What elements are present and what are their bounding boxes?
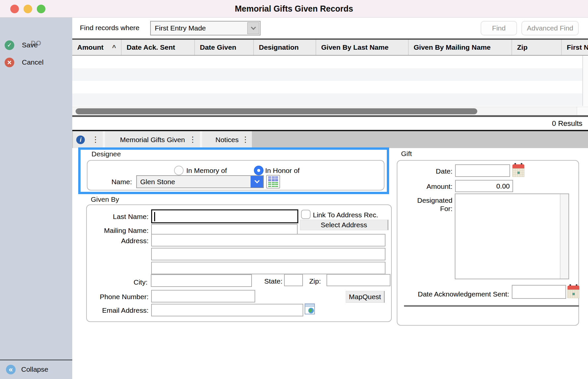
chevron-down-icon[interactable] xyxy=(251,176,263,188)
results-count: 0 Results xyxy=(72,119,582,128)
find-field-dropdown-value: First Entry Made xyxy=(151,24,247,32)
zip-field[interactable] xyxy=(326,274,390,286)
gift-date-label: Date: xyxy=(419,167,452,175)
in-memory-of-label[interactable]: In Memory of xyxy=(186,167,227,175)
sidebar-item-save[interactable]: ✓ Save xyxy=(0,40,72,54)
date-acknowledgement-sent-field[interactable] xyxy=(512,285,566,299)
check-icon: ✓ xyxy=(5,40,14,50)
link-to-address-label[interactable]: Link To Address Rec. xyxy=(313,211,378,219)
column-header-given-by-last-name[interactable]: Given By Last Name xyxy=(316,40,408,56)
tab-memorial-gifts-given[interactable]: Memorial Gifts Given ⋮ xyxy=(105,131,200,148)
column-header-given-by-mailing-name[interactable]: Given By Mailing Name xyxy=(408,40,511,56)
table-row xyxy=(72,93,582,106)
calendar-icon[interactable] xyxy=(512,163,524,177)
designated-for-textarea[interactable] xyxy=(455,193,569,279)
table-row xyxy=(72,56,582,68)
last-name-field[interactable] xyxy=(151,209,298,223)
tab-gap xyxy=(103,131,105,148)
scrollbar-corner xyxy=(577,107,588,115)
email-address-field[interactable] xyxy=(151,304,303,316)
name-label: Name: xyxy=(99,178,132,186)
link-to-address-checkbox[interactable] xyxy=(301,210,311,219)
sidebar-divider xyxy=(0,359,72,360)
in-memory-of-radio[interactable] xyxy=(174,166,184,175)
column-header-date-ack-sent[interactable]: Date Ack. Sent xyxy=(121,40,194,56)
designee-name-value: Glen Stone xyxy=(137,176,251,188)
phone-number-field[interactable] xyxy=(151,290,255,302)
table-vertical-scrollbar[interactable] xyxy=(582,56,588,106)
address-line1-field[interactable] xyxy=(151,234,385,246)
city-label: City: xyxy=(81,278,147,286)
table-row xyxy=(72,68,582,81)
advanced-find-button[interactable]: Advanced Find xyxy=(521,21,579,35)
gift-date-field[interactable] xyxy=(455,164,510,177)
tab-label: Notices xyxy=(215,136,239,144)
address-label: Address: xyxy=(82,237,148,245)
horizontal-scrollbar-thumb[interactable] xyxy=(76,108,477,114)
designated-for-label: Designated For: xyxy=(409,196,452,213)
mailing-name-label: Mailing Name: xyxy=(82,227,148,235)
address-line2-field[interactable] xyxy=(151,248,385,260)
vertical-dots-icon[interactable]: ⋮ xyxy=(92,131,99,148)
table-header-row: Amount^Date Ack. SentDate GivenDesignati… xyxy=(72,40,588,56)
table-bottom-border xyxy=(72,115,588,117)
table-body xyxy=(72,56,582,106)
sidebar: DO ✓ Save × Cancel « Collapse xyxy=(0,18,72,379)
collapse-button[interactable]: « Collapse xyxy=(0,365,72,378)
tab-notices[interactable]: Notices ⋮ xyxy=(202,131,252,148)
table-horizontal-scrollbar[interactable] xyxy=(72,107,588,115)
tab-bar: i ⋮ Memorial Gifts Given ⋮ Notices ⋮ xyxy=(72,131,588,148)
vertical-dots-icon[interactable]: ⋮ xyxy=(242,131,249,148)
tab-info[interactable]: i ⋮ xyxy=(73,131,103,148)
date-acknowledgement-sent-label: Date Acknowledgement Sent: xyxy=(406,290,509,298)
find-records-where-label: Find records where xyxy=(80,24,140,32)
sort-ascending-icon: ^ xyxy=(112,44,116,51)
state-label: State: xyxy=(259,277,282,285)
find-button[interactable]: Find xyxy=(481,21,517,35)
find-field-dropdown[interactable]: First Entry Made xyxy=(150,21,261,35)
save-button-label: Save xyxy=(22,41,38,49)
tab-gap xyxy=(200,131,202,148)
textarea-scrollbar[interactable] xyxy=(560,194,568,279)
table-row xyxy=(72,81,582,93)
email-address-label: Email Address: xyxy=(76,306,148,314)
column-header-first-n[interactable]: First N xyxy=(561,40,588,56)
last-name-label: Last Name: xyxy=(82,213,148,221)
designee-name-combobox[interactable]: Glen Stone xyxy=(136,175,264,188)
phone-number-label: Phone Number: xyxy=(76,293,148,301)
address-line3-field[interactable] xyxy=(151,262,385,274)
text-cursor xyxy=(154,212,155,221)
designee-section-label: Designee xyxy=(90,150,122,158)
city-field[interactable] xyxy=(151,274,252,287)
cancel-button-label: Cancel xyxy=(22,58,43,66)
in-honor-of-radio[interactable] xyxy=(254,166,264,175)
column-header-date-given[interactable]: Date Given xyxy=(194,40,253,56)
column-header-amount[interactable]: Amount^ xyxy=(72,40,121,56)
gift-section-label: Gift xyxy=(400,150,413,158)
web-browser-globe-icon[interactable] xyxy=(305,303,315,314)
title-bar: Memorial Gifts Given Records xyxy=(0,0,588,18)
gift-divider-line xyxy=(404,305,579,307)
sidebar-item-cancel[interactable]: × Cancel xyxy=(0,58,72,71)
collapse-button-label: Collapse xyxy=(21,365,48,373)
double-chevron-left-icon: « xyxy=(6,365,16,374)
window-title: Memorial Gifts Given Records xyxy=(0,4,588,14)
calendar-icon[interactable] xyxy=(567,284,579,298)
column-header-designation[interactable]: Designation xyxy=(253,40,316,56)
x-icon: × xyxy=(5,58,14,67)
tab-label: Memorial Gifts Given xyxy=(120,136,185,144)
vertical-dots-icon[interactable]: ⋮ xyxy=(189,131,197,148)
gift-amount-field[interactable]: 0.00 xyxy=(455,180,513,192)
select-address-button[interactable]: Select Address xyxy=(300,220,388,230)
in-honor-of-label[interactable]: In Honor of xyxy=(265,167,300,175)
mapquest-button[interactable]: MapQuest xyxy=(346,291,385,303)
zip-label: Zip: xyxy=(301,277,321,285)
info-icon[interactable]: i xyxy=(76,135,85,144)
chevron-down-icon[interactable] xyxy=(247,22,259,34)
app-window: Memorial Gifts Given Records DO ✓ Save ×… xyxy=(0,0,588,379)
given-by-section-label: Given By xyxy=(89,195,120,203)
value-list-icon[interactable] xyxy=(266,175,280,189)
column-header-zip[interactable]: Zip xyxy=(511,40,561,56)
state-field[interactable] xyxy=(284,274,303,286)
gift-amount-label: Amount: xyxy=(413,183,452,190)
